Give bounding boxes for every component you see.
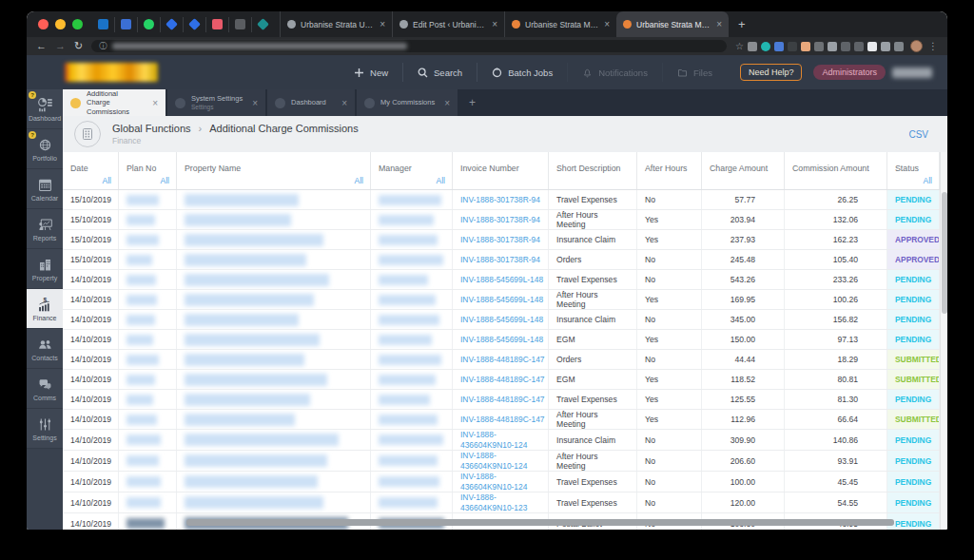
cell-invoice-number-link[interactable]: INV-1888-436604K9N10-124	[453, 451, 549, 471]
extension-icon[interactable]	[801, 42, 810, 51]
filter-all-link[interactable]: All	[355, 176, 363, 185]
extension-icon[interactable]	[761, 42, 770, 51]
filter-all-link[interactable]: All	[437, 176, 445, 185]
cell-invoice-number-link[interactable]: INV-1888-436604K9N10-123	[453, 492, 549, 512]
browser-menu-icon[interactable]: ⋮	[928, 41, 938, 51]
table-row[interactable]: 14/10/2019INV-1888-545699L-148Insurance …	[63, 310, 947, 330]
back-icon[interactable]: ←	[36, 41, 47, 51]
table-row[interactable]: 14/10/2019INV-1888-436604K9N10-124Travel…	[63, 472, 947, 492]
table-row[interactable]: 14/10/2019INV-1888-436604K9N10-124Insura…	[63, 430, 947, 451]
pinned-tab[interactable]	[251, 17, 274, 32]
profile-avatar[interactable]	[910, 40, 923, 52]
extension-icon[interactable]	[854, 42, 864, 51]
vertical-scrollbar-thumb[interactable]	[942, 192, 947, 314]
browser-tab[interactable]: Urbanise Strata Update (63) |×	[280, 11, 392, 37]
table-row[interactable]: 14/10/2019INV-1888-545699L-148EGMYes150.…	[63, 330, 947, 350]
workspace-tab-my-commissions[interactable]: My Commissions×	[357, 89, 458, 116]
sidebar-item-settings[interactable]: Settings	[27, 409, 63, 449]
table-row[interactable]: 15/10/2019INV-1888-301738R-94Insurance C…	[63, 230, 947, 250]
pinned-tab[interactable]	[205, 17, 228, 32]
workspace-tab-dashboard[interactable]: Dashboard×	[267, 89, 355, 116]
table-row[interactable]: 15/10/2019INV-1888-301738R-94Travel Expe…	[63, 190, 947, 210]
site-info-icon[interactable]: ⓘ	[99, 43, 107, 50]
cell-invoice-number-link[interactable]: INV-1888-545699L-148	[453, 330, 549, 349]
search-button[interactable]: Search	[402, 63, 477, 82]
tab-close-icon[interactable]: ×	[440, 98, 450, 108]
new-button[interactable]: New	[340, 63, 402, 82]
browser-tab[interactable]: Urbanise Strata Management×	[616, 11, 729, 37]
sidebar-item-portfolio[interactable]: ?Portfolio	[27, 129, 63, 169]
cell-invoice-number-link[interactable]: INV-1888-545699L-148	[453, 310, 549, 329]
sidebar-item-contacts[interactable]: Contacts	[27, 329, 63, 369]
tab-close-icon[interactable]: ×	[338, 98, 347, 108]
horizontal-scrollbar-thumb[interactable]	[186, 519, 894, 526]
address-bar[interactable]: ⓘ	[91, 40, 727, 52]
vertical-scrollbar[interactable]	[940, 152, 947, 530]
table-row[interactable]: 14/10/2019INV-1888-545699L-148After Hour…	[63, 290, 947, 310]
sidebar-item-calendar[interactable]: Calendar	[27, 169, 63, 209]
cell-invoice-number-link[interactable]: INV-1888-448189C-147	[453, 390, 549, 409]
table-row[interactable]: 14/10/2019INV-1888-448189C-147Travel Exp…	[63, 390, 947, 410]
pinned-tab[interactable]	[160, 17, 183, 32]
table-row[interactable]: 15/10/2019INV-1888-301738R-94OrdersNo245…	[63, 250, 947, 270]
cell-invoice-number-link[interactable]: INV-1888-301738R-94	[453, 210, 549, 229]
cell-invoice-number-link[interactable]: INV-1888-301738R-94	[453, 250, 549, 269]
tab-close-icon[interactable]: ×	[380, 19, 385, 29]
workspace-tab-system-settings[interactable]: System SettingsSettings×	[167, 89, 265, 116]
filter-all-link[interactable]: All	[924, 176, 932, 185]
cell-invoice-number-link[interactable]: INV-1888-436604K9N10-124	[453, 472, 549, 492]
tab-close-icon[interactable]: ×	[248, 98, 258, 108]
cell-invoice-number-link[interactable]: INV-1888-448189C-147	[453, 370, 549, 389]
sidebar-item-finance[interactable]: $Finance	[27, 289, 63, 329]
close-window-icon[interactable]	[38, 19, 49, 29]
batch-jobs-button[interactable]: Batch Jobs	[477, 63, 567, 82]
table-row[interactable]: 14/10/2019INV-1888-436604K9N10-124After …	[63, 451, 947, 472]
sidebar-item-property[interactable]: Property	[27, 249, 63, 289]
reload-icon[interactable]: ↻	[74, 41, 83, 51]
extension-icon[interactable]	[774, 42, 784, 51]
breadcrumb-parent[interactable]: Global Functions	[112, 123, 191, 134]
tab-close-icon[interactable]: ×	[716, 19, 722, 29]
workspace-tab-additional-charge-commissions[interactable]: Additional Charge Commissions×	[63, 89, 166, 116]
extension-icon[interactable]	[881, 42, 890, 51]
cell-invoice-number-link[interactable]: INV-1888-545699L-148	[453, 270, 549, 289]
cell-invoice-number-link[interactable]: INV-1888-301738R-94	[453, 190, 549, 209]
extension-icon[interactable]	[828, 42, 837, 51]
cell-invoice-number-link[interactable]: INV-1888-448189C-147	[453, 350, 549, 369]
maximize-window-icon[interactable]	[72, 19, 83, 29]
table-row[interactable]: 14/10/2019INV-1888-448189C-147OrdersNo44…	[63, 350, 947, 370]
cell-invoice-number-link[interactable]: INV-1888-436604K9N10-124	[453, 430, 549, 450]
extension-icon[interactable]	[841, 42, 850, 51]
table-row[interactable]: 14/10/2019INV-1888-448189C-147EGMYes118.…	[63, 370, 947, 390]
browser-tab[interactable]: Edit Post ‹ Urbanise.com — W×	[392, 11, 504, 37]
tab-close-icon[interactable]: ×	[492, 19, 497, 29]
table-row[interactable]: 14/10/2019INV-1888-448189C-147After Hour…	[63, 410, 947, 430]
new-tab-button[interactable]: +	[729, 17, 755, 31]
tab-close-icon[interactable]: ×	[604, 19, 610, 29]
cell-invoice-number-link[interactable]: INV-1888-545699L-148	[453, 290, 549, 309]
bookmark-star-icon[interactable]: ☆	[735, 41, 744, 51]
table-row[interactable]: 14/10/2019INV-1888-436604K9N10-123Travel…	[63, 492, 947, 513]
extension-icon[interactable]	[748, 42, 757, 51]
cell-invoice-number-link[interactable]: INV-1888-448189C-147	[453, 410, 549, 429]
new-workspace-tab-button[interactable]: +	[459, 89, 485, 116]
pinned-tab[interactable]	[137, 17, 160, 32]
browser-tab[interactable]: Urbanise Strata Management×	[504, 11, 616, 37]
sidebar-item-dashboard[interactable]: ?Dashboard	[27, 89, 63, 129]
need-help-button[interactable]: Need Help?	[740, 64, 803, 81]
pinned-tab[interactable]	[228, 17, 251, 32]
pinned-tab[interactable]	[92, 17, 114, 32]
pinned-tab[interactable]	[183, 17, 205, 32]
table-row[interactable]: 15/10/2019INV-1888-301738R-94After Hours…	[63, 210, 947, 230]
filter-all-link[interactable]: All	[103, 176, 111, 185]
extension-icon[interactable]	[788, 42, 797, 51]
extension-icon[interactable]	[867, 42, 877, 51]
pinned-tab[interactable]	[114, 17, 137, 32]
sidebar-item-comms[interactable]: Comms	[27, 369, 63, 409]
csv-export-link[interactable]: CSV	[908, 129, 928, 140]
extension-icon[interactable]	[894, 42, 904, 51]
forward-icon[interactable]: →	[55, 41, 66, 51]
sidebar-item-reports[interactable]: Reports	[27, 209, 63, 249]
cell-invoice-number-link[interactable]: INV-1888-301738R-94	[453, 230, 549, 249]
minimize-window-icon[interactable]	[55, 19, 66, 29]
